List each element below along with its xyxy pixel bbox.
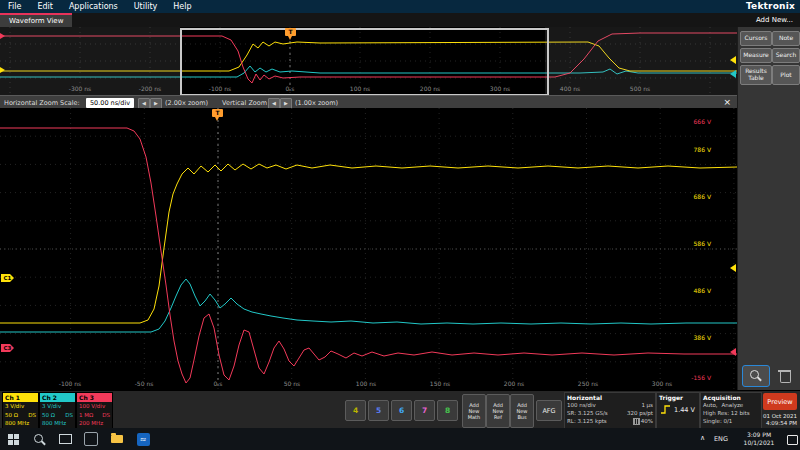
overview-waveform-view[interactable]: T -300 ns-200 ns-100 ns0 s100 ns200 ns30… (0, 27, 737, 95)
time-label: 200 ns (504, 380, 524, 387)
language-indicator[interactable]: ENG (714, 435, 728, 443)
horizontal-title: Horizontal (565, 393, 655, 401)
time-label: 0 s (286, 85, 295, 92)
overview-time-axis: -300 ns-200 ns-100 ns0 s100 ns200 ns300 … (0, 27, 737, 95)
task-view-icon[interactable] (52, 428, 78, 450)
channel-3-name: Ch 3 (77, 393, 112, 402)
search-icon[interactable] (26, 428, 52, 450)
menu-utility[interactable]: Utility (126, 2, 166, 11)
zoom-tool-button[interactable] (742, 365, 770, 387)
record-view-icon (633, 418, 640, 425)
menu-applications[interactable]: Applications (61, 2, 126, 11)
trash-body (780, 372, 791, 383)
trigger-title: Trigger (657, 393, 699, 401)
scope-datetime: 01 Oct 2021 4:09:54 PM (752, 413, 797, 427)
app-icon[interactable] (78, 428, 104, 450)
channel-3-badge[interactable]: Ch 3 100 V/div 1 MΩDS 200 MHz (76, 392, 113, 430)
time-label: 100 ns (350, 85, 370, 92)
close-zoom-icon[interactable]: × (723, 97, 731, 107)
time-label: 500 ns (630, 85, 650, 92)
preview-button[interactable]: Preview (763, 393, 797, 410)
tab-label: Waveform View (9, 17, 63, 25)
taskbar-clock[interactable]: 3:09 PM 10/1/2021 (738, 431, 780, 447)
measure-button[interactable]: Measure (740, 48, 772, 63)
horizontal-settings-panel[interactable]: Horizontal 100 ns/div1 μs SR: 3.125 GS/s… (564, 392, 656, 430)
acquisition-title: Acquisition (701, 393, 761, 401)
cursors-button[interactable]: Cursors (740, 31, 772, 46)
menu-bar: File Edit Applications Utility Help Tekt… (0, 0, 800, 13)
add-new-button[interactable]: Add New... (756, 16, 793, 24)
plot-button[interactable]: Plot (772, 65, 800, 85)
overview-trigger-marker[interactable]: T (285, 28, 296, 36)
time-label: -200 ns (139, 85, 161, 92)
time-label: 300 ns (490, 85, 510, 92)
bottom-control-bar: Ch 1 3 V/div 50 ΩDS 800 MHz Ch 2 3 V/div… (0, 390, 800, 429)
menu-edit[interactable]: Edit (29, 2, 61, 11)
oscilloscope-screen: File Edit Applications Utility Help Tekt… (0, 0, 800, 450)
results-table-button[interactable]: Results Table (740, 65, 772, 85)
time-label: 400 ns (560, 85, 580, 92)
tektronix-logo: Tektronix (746, 1, 795, 11)
search-button[interactable]: Search (772, 48, 800, 63)
time-label: -50 ns (135, 380, 154, 387)
add-new-bus-button[interactable]: Add New Bus (510, 394, 534, 428)
menu-help[interactable]: Help (165, 2, 199, 11)
main-trigger-marker[interactable]: T (212, 109, 223, 117)
taskbar-chevron-icon[interactable]: ∧ (700, 434, 705, 442)
trigger-level-value: 1.44 V (674, 406, 695, 414)
notification-center-icon[interactable] (784, 428, 800, 450)
channel-1-name: Ch 1 (3, 393, 38, 402)
right-sidebar: Cursors Note Measure Search Results Tabl… (737, 27, 800, 390)
h-zoom-scale-label: Horizontal Zoom Scale: (4, 99, 80, 107)
windows-logo-icon (8, 434, 19, 445)
time-label: 150 ns (430, 380, 450, 387)
note-button[interactable]: Note (772, 31, 800, 46)
trigger-label: T (288, 28, 292, 35)
channel-5-button[interactable]: 5 (368, 400, 389, 421)
time-label: 200 ns (420, 85, 440, 92)
channel-2-name: Ch 2 (40, 393, 75, 402)
v-zoom-factor-label: (1.00x zoom) (295, 99, 338, 107)
v-zoom-label: Vertical Zoom (222, 99, 267, 107)
trigger-settings-panel[interactable]: Trigger 1.44 V (656, 392, 700, 430)
channel-6-button[interactable]: 6 (391, 400, 412, 421)
main-time-axis: -100 ns-50 ns0 s50 ns100 ns150 ns200 ns2… (0, 108, 737, 390)
time-label: 0 s (214, 380, 223, 387)
time-label: -300 ns (69, 85, 91, 92)
channel-2-badge[interactable]: Ch 2 3 V/div 50 ΩDS 800 MHz (39, 392, 76, 430)
trash-icon[interactable] (776, 366, 794, 384)
time-label: 50 ns (284, 380, 300, 387)
channel-7-button[interactable]: 7 (414, 400, 435, 421)
magnifier-handle (757, 376, 762, 381)
time-label: -100 ns (209, 85, 231, 92)
time-label: 300 ns (652, 380, 672, 387)
scope-app-icon[interactable]: ≈ (130, 428, 156, 450)
time-label: 250 ns (578, 380, 598, 387)
afg-button[interactable]: AFG (536, 400, 562, 421)
add-new-math-button[interactable]: Add New Math (462, 394, 486, 428)
add-new-ref-button[interactable]: Add New Ref (486, 394, 510, 428)
trigger-label: T (215, 109, 219, 116)
h-zoom-factor-label: (2.00x zoom) (165, 99, 208, 107)
menu-file[interactable]: File (0, 2, 29, 11)
h-zoom-scale-input[interactable]: 50.00 ns/div (86, 98, 134, 108)
windows-taskbar: ≈ ∧ ENG 3:09 PM 10/1/2021 (0, 428, 800, 450)
file-explorer-icon[interactable] (104, 428, 130, 450)
channel-1-badge[interactable]: Ch 1 3 V/div 50 ΩDS 800 MHz (2, 392, 39, 430)
time-label: 100 ns (356, 380, 376, 387)
channel-4-button[interactable]: 4 (345, 400, 366, 421)
time-label: -100 ns (59, 380, 81, 387)
start-button[interactable] (0, 428, 26, 450)
main-waveform-view[interactable]: T C1 C3 666 V786 V686 V586 V486 V386 V-1… (0, 108, 737, 390)
rising-edge-icon (660, 405, 671, 414)
tab-row: Waveform View Add New... (0, 13, 800, 28)
channel-8-button[interactable]: 8 (437, 400, 458, 421)
